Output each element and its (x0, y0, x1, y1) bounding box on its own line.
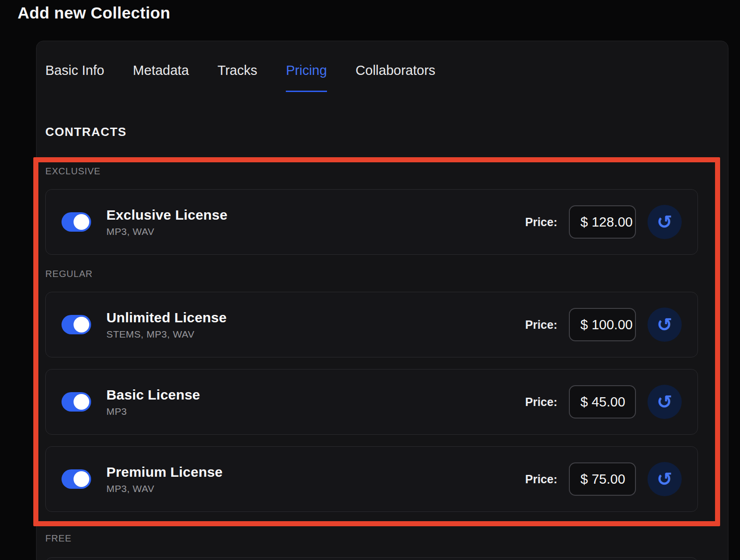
price-label: Price: (525, 318, 557, 332)
reset-price-button[interactable]: ↺ (648, 308, 682, 342)
tab-basic-info[interactable]: Basic Info (45, 62, 104, 92)
license-toggle[interactable] (62, 469, 91, 489)
license-row-unlimited: Unlimited License STEMS, MP3, WAV Price:… (45, 292, 698, 357)
section-label-free: FREE (45, 533, 719, 544)
tab-collaborators[interactable]: Collaborators (356, 62, 435, 92)
tab-metadata[interactable]: Metadata (133, 62, 189, 92)
license-toggle[interactable] (62, 392, 91, 412)
toggle-knob (74, 471, 89, 487)
reset-icon: ↺ (657, 315, 672, 334)
license-row-premium: Premium License MP3, WAV Price: $ 75.00 … (45, 446, 698, 512)
section-label-exclusive: EXCLUSIVE (45, 166, 719, 177)
license-text: Basic License MP3 (106, 387, 200, 417)
price-label: Price: (525, 395, 557, 409)
price-input[interactable]: $ 100.00 (569, 308, 636, 341)
price-input[interactable]: $ 128.00 (569, 205, 636, 239)
license-name: Premium License (106, 464, 222, 480)
license-name: Basic License (106, 387, 200, 403)
tab-bar: Basic Info Metadata Tracks Pricing Colla… (45, 41, 719, 92)
contracts-heading: CONTRACTS (45, 125, 719, 139)
toggle-knob (74, 214, 89, 230)
license-formats: MP3, WAV (106, 483, 222, 494)
reset-price-button[interactable]: ↺ (648, 385, 682, 419)
price-input[interactable]: $ 45.00 (569, 385, 636, 418)
toggle-knob (74, 394, 89, 410)
license-row-basic: Basic License MP3 Price: $ 45.00 ↺ (45, 369, 698, 435)
price-input[interactable]: $ 75.00 (569, 462, 636, 496)
license-name: Unlimited License (106, 310, 227, 326)
tab-pricing[interactable]: Pricing (286, 62, 327, 92)
license-name: Exclusive License (106, 207, 228, 223)
add-collection-card: Basic Info Metadata Tracks Pricing Colla… (36, 41, 728, 560)
license-formats: STEMS, MP3, WAV (106, 329, 227, 340)
toggle-knob (74, 317, 89, 332)
license-toggle[interactable] (62, 315, 91, 334)
reset-icon: ↺ (657, 213, 672, 231)
reset-icon: ↺ (657, 470, 672, 488)
license-text: Unlimited License STEMS, MP3, WAV (106, 310, 227, 340)
reset-price-button[interactable]: ↺ (648, 205, 682, 239)
price-label: Price: (525, 473, 557, 486)
page-title: Add new Collection (18, 4, 170, 22)
license-toggle[interactable] (62, 212, 91, 232)
price-label: Price: (525, 215, 557, 229)
section-label-regular: REGULAR (45, 269, 719, 280)
reset-icon: ↺ (657, 393, 672, 411)
license-text: Exclusive License MP3, WAV (106, 207, 228, 237)
tab-tracks[interactable]: Tracks (217, 62, 257, 92)
license-row-free-partial (45, 557, 698, 560)
license-text: Premium License MP3, WAV (106, 464, 222, 494)
reset-price-button[interactable]: ↺ (648, 462, 682, 496)
license-row-exclusive: Exclusive License MP3, WAV Price: $ 128.… (45, 189, 698, 255)
license-formats: MP3 (106, 406, 200, 417)
license-formats: MP3, WAV (106, 226, 228, 237)
